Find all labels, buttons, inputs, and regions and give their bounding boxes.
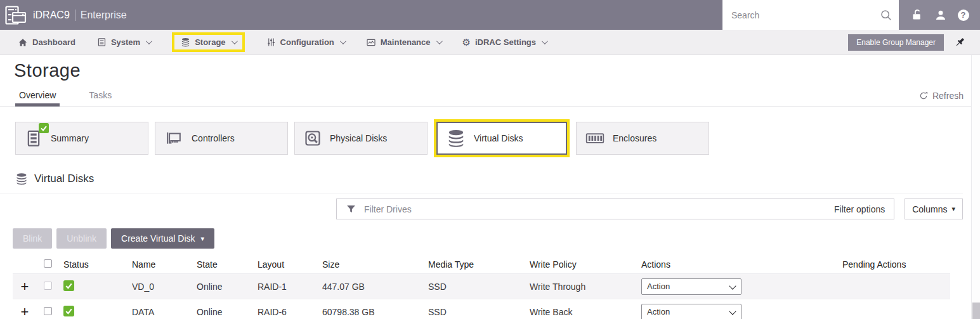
storage-quick-links: Summary Controllers	[15, 119, 980, 157]
nav-label: Dashboard	[32, 37, 75, 47]
row-checkbox[interactable]	[44, 307, 52, 315]
vertical-scrollbar[interactable]	[971, 55, 980, 319]
storage-highlight-box: Storage	[172, 32, 244, 52]
filter-options-link[interactable]: Filter options	[834, 204, 885, 214]
nav-label: Configuration	[280, 37, 334, 47]
status-ok-icon	[63, 306, 74, 316]
unlock-icon[interactable]	[910, 8, 924, 22]
chevron-down-icon	[340, 38, 346, 44]
scrollbar-thumb[interactable]	[972, 303, 980, 319]
tab-tasks[interactable]: Tasks	[85, 90, 115, 106]
tabs: Overview Tasks Refresh	[0, 88, 980, 107]
blink-button[interactable]: Blink	[13, 228, 52, 249]
refresh-label: Refresh	[932, 91, 964, 101]
help-icon[interactable]: ?	[958, 10, 969, 21]
table-actions-bar: Blink Unblink Create Virtual Disk ▾	[13, 228, 980, 249]
virtual-disk-db-icon	[447, 129, 466, 148]
nav-item-storage[interactable]: Storage	[181, 37, 235, 47]
table-row: + VD_0 Online RAID-1 447.07 GB SSD Write…	[13, 274, 950, 299]
expand-row-button[interactable]: +	[21, 280, 29, 293]
system-icon	[97, 37, 107, 47]
card-virtual-disks[interactable]: Virtual Disks	[436, 122, 567, 155]
summary-server-icon	[25, 129, 42, 148]
pin-icon[interactable]	[954, 36, 966, 48]
status-ok-icon	[63, 280, 74, 291]
row-checkbox[interactable]	[44, 282, 52, 290]
brand: iDRAC9 Enterprise	[33, 10, 127, 21]
cell-name: VD_0	[127, 282, 192, 292]
search-input[interactable]	[731, 10, 880, 20]
col-header-state: State	[192, 259, 252, 270]
card-label: Physical Disks	[330, 133, 387, 143]
col-header-actions: Actions	[636, 259, 837, 270]
physical-disk-icon	[304, 129, 322, 147]
col-header-pending-actions: Pending Actions	[837, 259, 950, 270]
cell-layout: RAID-6	[252, 307, 317, 317]
card-physical-disks[interactable]: Physical Disks	[294, 122, 428, 155]
virtual-disks-highlight-box: Virtual Disks	[434, 119, 570, 157]
unblink-button[interactable]: Unblink	[56, 228, 107, 249]
topbar-icon-group: ?	[899, 0, 980, 30]
card-label: Enclosures	[613, 133, 657, 143]
chevron-down-icon	[232, 38, 238, 44]
idrac-logo-icon	[5, 6, 27, 25]
page-title: Storage	[14, 60, 980, 81]
create-virtual-disk-button[interactable]: Create Virtual Disk ▾	[111, 228, 214, 249]
row-action-select[interactable]: Action	[641, 278, 742, 295]
caret-down-icon: ▾	[951, 205, 955, 213]
search-icon[interactable]	[880, 9, 892, 22]
card-summary[interactable]: Summary	[15, 122, 148, 155]
col-header-name: Name	[127, 259, 192, 270]
page-content: Storage Overview Tasks Refresh	[0, 60, 980, 319]
card-enclosures[interactable]: Enclosures	[576, 122, 709, 155]
expand-row-button[interactable]: +	[21, 306, 29, 318]
user-icon[interactable]	[934, 9, 947, 22]
search-box	[722, 0, 899, 30]
card-label: Summary	[51, 133, 89, 143]
nav-item-idrac-settings[interactable]: ⚙ iDRAC Settings	[462, 37, 547, 47]
cell-name: DATA	[127, 307, 192, 317]
enclosure-icon	[585, 130, 604, 146]
section-divider	[0, 193, 963, 193]
cell-size: 447.07 GB	[317, 282, 423, 292]
cell-write-policy: Write Through	[525, 282, 636, 292]
columns-label: Columns	[912, 204, 947, 214]
chevron-down-icon	[542, 38, 548, 44]
nav-item-system[interactable]: System	[97, 37, 150, 47]
nav-label: Maintenance	[381, 37, 431, 47]
filter-drives-input[interactable]	[364, 204, 826, 214]
section-title: Virtual Disks	[34, 173, 94, 185]
filter-box: Filter options	[336, 199, 894, 219]
col-header-media-type: Media Type	[423, 259, 525, 270]
storage-db-icon	[181, 37, 190, 47]
sliders-icon	[266, 37, 276, 47]
cell-media-type: SSD	[423, 307, 525, 317]
col-header-size: Size	[317, 259, 423, 270]
nav-item-configuration[interactable]: Configuration	[266, 37, 344, 47]
nav-item-maintenance[interactable]: Maintenance	[366, 37, 441, 48]
columns-button[interactable]: Columns ▾	[905, 199, 963, 219]
nav-label: System	[111, 37, 140, 47]
card-label: Virtual Disks	[474, 133, 523, 143]
cell-layout: RAID-1	[252, 282, 317, 292]
table-header-row: Status Name State Layout Size Media Type…	[13, 255, 950, 274]
main-nav: Dashboard System Storage	[0, 30, 980, 55]
nav-label: iDRAC Settings	[475, 37, 536, 47]
tab-overview[interactable]: Overview	[15, 90, 60, 107]
maintenance-chart-icon	[366, 37, 376, 48]
enable-group-manager-button[interactable]: Enable Group Manager	[848, 34, 944, 51]
nav-item-dashboard[interactable]: Dashboard	[18, 37, 75, 48]
row-action-select[interactable]: Action	[641, 304, 742, 319]
brand-edition: Enterprise	[81, 10, 127, 21]
col-header-status: Status	[58, 259, 127, 270]
brand-name: iDRAC9	[33, 10, 70, 21]
section-header: Virtual Disks	[15, 173, 980, 185]
nav-label: Storage	[195, 37, 225, 47]
green-check-badge-icon	[39, 123, 49, 135]
chevron-down-icon	[146, 38, 152, 44]
card-label: Controllers	[192, 133, 235, 143]
col-header-layout: Layout	[252, 259, 317, 270]
select-all-checkbox[interactable]	[44, 259, 52, 268]
refresh-link[interactable]: Refresh	[918, 91, 964, 101]
card-controllers[interactable]: Controllers	[155, 122, 288, 155]
